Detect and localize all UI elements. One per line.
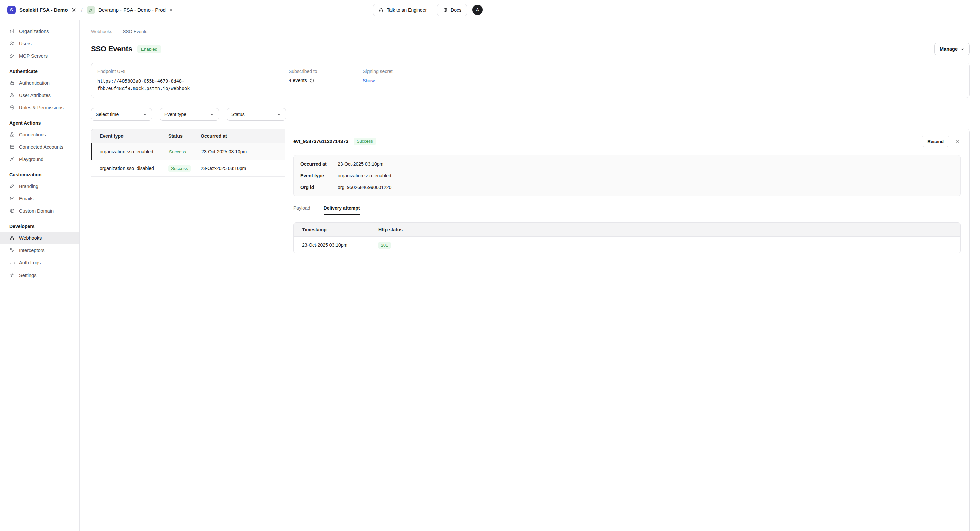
table-row[interactable]: organization.sso_enabled Success 23-Oct-… — [91, 143, 285, 160]
tab-payload[interactable]: Payload — [293, 206, 310, 215]
accounts-icon — [10, 144, 15, 150]
table-row[interactable]: organization.sso_disabled Success 23-Oct… — [91, 160, 285, 177]
interceptors-icon — [10, 247, 15, 253]
webhook-icon — [10, 235, 15, 241]
endpoint-card: Endpoint URL https://405803a0-055b-4679-… — [91, 63, 490, 98]
brush-icon — [10, 184, 15, 189]
occurred-at-label: Occurred at — [301, 162, 338, 167]
user-gear-icon — [10, 92, 15, 98]
detail-tabs: Payload Delivery attempt — [293, 206, 490, 216]
sidebar-item-emails[interactable]: Emails — [0, 192, 80, 205]
sparkles-icon — [10, 157, 15, 162]
status-badge: Success — [169, 149, 186, 154]
sidebar-item-webhooks[interactable]: Webhooks — [0, 232, 80, 244]
events-table-header: Event type Status Occurred at — [91, 129, 285, 143]
event-type-value: organization.sso_enabled — [338, 173, 391, 178]
signing-secret-label: Signing secret — [363, 69, 490, 74]
sidebar-item-connections[interactable]: Connections — [0, 128, 80, 141]
talk-to-engineer-button[interactable]: Talk to an Engineer — [373, 4, 432, 16]
chevron-down-icon — [143, 113, 147, 117]
endpoint-url-value: https://405803a0-055b-4679-8d48- fbb7e6f… — [97, 78, 289, 92]
environment-name: Devramp - FSA - Demo - Prod — [99, 7, 165, 13]
status-badge: Success — [354, 138, 375, 145]
delivery-table-header: Timestamp Http status — [294, 223, 490, 237]
headphones-icon — [379, 7, 384, 13]
rocket-icon — [87, 6, 95, 14]
org-id-value: org_95026846990601220 — [338, 185, 391, 190]
sidebar-section-developers: Developers — [0, 222, 80, 231]
events-panel: Event type Status Occurred at organizati… — [91, 129, 490, 265]
subscribed-label: Subscribed to — [289, 69, 363, 74]
mcp-icon — [10, 53, 15, 59]
event-id: evt_95873761122714373 — [293, 139, 348, 144]
sidebar: Organizations Users MCP Servers Authenti… — [0, 21, 80, 265]
sidebar-item-playground[interactable]: Playground — [0, 153, 80, 165]
breadcrumb-sso-events: SSO Events — [123, 29, 148, 34]
shield-check-icon — [10, 105, 15, 110]
chevron-down-icon — [210, 113, 214, 117]
http-status-badge: 201 — [378, 242, 391, 249]
workspace-name: Scalekit FSA - Demo — [19, 7, 68, 13]
delivery-attempt-table: Timestamp Http status 23-Oct-2025 03:10p… — [293, 222, 490, 254]
sidebar-item-users[interactable]: Users — [0, 37, 80, 50]
org-id-label: Org id — [301, 185, 338, 190]
sidebar-item-connected-accounts[interactable]: Connected Accounts — [0, 141, 80, 153]
show-secret-link[interactable]: Show — [363, 78, 374, 83]
users-icon — [10, 41, 15, 46]
sidebar-item-organizations[interactable]: Organizations — [0, 25, 80, 37]
info-icon[interactable] — [309, 78, 314, 83]
sidebar-item-authentication[interactable]: Authentication — [0, 77, 80, 89]
cubes-icon — [10, 132, 15, 138]
auth-logs-icon — [10, 260, 15, 265]
event-type-label: Event type — [301, 173, 338, 178]
environment-switcher-icon[interactable] — [169, 8, 173, 12]
filters-row: Select time Event type Status — [91, 108, 490, 121]
occurred-at-value: 23-Oct-2025 03:10pm — [338, 162, 383, 167]
sidebar-section-agent-actions: Agent Actions — [0, 119, 80, 127]
building-icon — [10, 29, 15, 34]
breadcrumb-slash: / — [81, 7, 83, 13]
docs-button[interactable]: Docs — [437, 4, 467, 16]
chevron-right-icon — [116, 29, 120, 34]
status-dropdown[interactable]: Status — [227, 108, 286, 121]
topbar: S Scalekit FSA - Demo / Devramp - FSA - … — [0, 0, 490, 21]
sidebar-item-mcp-servers[interactable]: MCP Servers — [0, 50, 80, 62]
events-table: Event type Status Occurred at organizati… — [91, 129, 285, 265]
gear-icon[interactable] — [71, 7, 77, 13]
sidebar-item-interceptors[interactable]: Interceptors — [0, 244, 80, 257]
event-detail-panel: evt_95873761122714373 Success Resend Occ… — [285, 129, 490, 265]
sidebar-item-branding[interactable]: Branding — [0, 180, 80, 192]
book-icon — [442, 7, 448, 13]
sidebar-item-auth-logs[interactable]: Auth Logs — [0, 257, 80, 265]
select-time-dropdown[interactable]: Select time — [91, 108, 152, 121]
event-info-card: Occurred at 23-Oct-2025 03:10pm Event ty… — [293, 155, 490, 197]
status-badge: Enabled — [137, 45, 161, 53]
sidebar-section-customization: Customization — [0, 170, 80, 179]
status-badge: Success — [168, 165, 191, 172]
sidebar-section-authenticate: Authenticate — [0, 67, 80, 76]
endpoint-url-label: Endpoint URL — [97, 69, 289, 74]
breadcrumb-webhooks[interactable]: Webhooks — [91, 29, 113, 34]
mail-icon — [10, 196, 15, 201]
tab-delivery-attempt[interactable]: Delivery attempt — [324, 206, 360, 216]
lock-icon — [10, 80, 15, 86]
sidebar-item-user-attributes[interactable]: User Attributes — [0, 89, 80, 101]
globe-icon — [10, 208, 15, 214]
avatar[interactable]: A — [472, 5, 483, 15]
sidebar-item-custom-domain[interactable]: Custom Domain — [0, 205, 80, 217]
page-title: SSO Events — [91, 45, 132, 53]
subscribed-value: 4 events — [289, 78, 307, 83]
breadcrumb: Webhooks SSO Events — [91, 29, 490, 34]
sidebar-item-roles-permissions[interactable]: Roles & Permissions — [0, 101, 80, 114]
table-row: 23-Oct-2025 03:10pm 201 — [294, 237, 490, 253]
event-type-dropdown[interactable]: Event type — [159, 108, 219, 121]
workspace-logo: S — [7, 6, 16, 14]
main-content: Webhooks SSO Events SSO Events Enabled M… — [80, 21, 490, 265]
chevron-down-icon — [277, 113, 282, 117]
